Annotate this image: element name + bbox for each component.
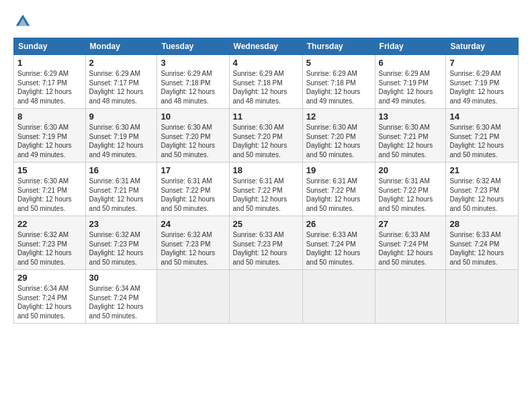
day-info: Sunrise: 6:30 AM Sunset: 7:21 PM Dayligh… [17,177,82,213]
calendar-cell: 9Sunrise: 6:30 AM Sunset: 7:19 PM Daylig… [85,109,157,163]
weekday-header-thursday: Thursday [302,38,375,55]
week-row-4: 22Sunrise: 6:32 AM Sunset: 7:23 PM Dayli… [14,216,519,270]
day-number: 27 [379,219,443,229]
day-number: 16 [89,165,154,175]
logo-icon [13,12,32,31]
calendar-cell: 20Sunrise: 6:31 AM Sunset: 7:22 PM Dayli… [375,163,446,216]
calendar-cell: 27Sunrise: 6:33 AM Sunset: 7:24 PM Dayli… [375,216,446,270]
day-number: 18 [233,165,299,175]
calendar-cell: 13Sunrise: 6:30 AM Sunset: 7:21 PM Dayli… [375,109,446,163]
day-number: 11 [233,111,299,122]
calendar-cell: 6Sunrise: 6:29 AM Sunset: 7:19 PM Daylig… [375,55,446,109]
calendar-cell: 17Sunrise: 6:31 AM Sunset: 7:22 PM Dayli… [157,163,229,216]
day-number: 12 [306,111,371,122]
day-info: Sunrise: 6:33 AM Sunset: 7:24 PM Dayligh… [379,230,443,267]
day-info: Sunrise: 6:32 AM Sunset: 7:23 PM Dayligh… [89,230,154,267]
day-info: Sunrise: 6:29 AM Sunset: 7:17 PM Dayligh… [17,69,82,105]
page: SundayMondayTuesdayWednesdayThursdayFrid… [0,0,532,411]
day-info: Sunrise: 6:30 AM Sunset: 7:19 PM Dayligh… [89,123,154,159]
day-info: Sunrise: 6:29 AM Sunset: 7:18 PM Dayligh… [233,69,299,105]
day-info: Sunrise: 6:31 AM Sunset: 7:21 PM Dayligh… [89,177,154,213]
header [13,12,519,31]
day-number: 28 [449,219,515,229]
calendar-cell: 15Sunrise: 6:30 AM Sunset: 7:21 PM Dayli… [14,163,86,216]
calendar-cell: 30Sunrise: 6:34 AM Sunset: 7:24 PM Dayli… [85,270,157,324]
day-info: Sunrise: 6:30 AM Sunset: 7:20 PM Dayligh… [306,123,371,159]
day-info: Sunrise: 6:33 AM Sunset: 7:23 PM Dayligh… [233,230,299,267]
calendar-cell: 3Sunrise: 6:29 AM Sunset: 7:18 PM Daylig… [157,55,229,109]
calendar-cell [302,270,375,324]
calendar-cell: 12Sunrise: 6:30 AM Sunset: 7:20 PM Dayli… [302,109,375,163]
calendar-cell: 18Sunrise: 6:31 AM Sunset: 7:22 PM Dayli… [229,163,302,216]
weekday-header-monday: Monday [85,38,157,55]
calendar-cell: 21Sunrise: 6:32 AM Sunset: 7:23 PM Dayli… [446,163,519,216]
day-number: 6 [379,58,443,68]
day-number: 7 [449,58,515,68]
day-number: 14 [449,111,515,122]
day-info: Sunrise: 6:32 AM Sunset: 7:23 PM Dayligh… [161,230,225,267]
calendar-cell: 24Sunrise: 6:32 AM Sunset: 7:23 PM Dayli… [157,216,229,270]
week-row-3: 15Sunrise: 6:30 AM Sunset: 7:21 PM Dayli… [14,163,519,216]
calendar-cell: 22Sunrise: 6:32 AM Sunset: 7:23 PM Dayli… [14,216,86,270]
day-number: 29 [17,273,82,283]
day-number: 13 [379,111,443,122]
day-info: Sunrise: 6:29 AM Sunset: 7:17 PM Dayligh… [89,69,154,105]
day-number: 21 [449,165,515,175]
day-info: Sunrise: 6:34 AM Sunset: 7:24 PM Dayligh… [89,284,154,320]
day-info: Sunrise: 6:29 AM Sunset: 7:19 PM Dayligh… [449,69,515,105]
day-info: Sunrise: 6:34 AM Sunset: 7:24 PM Dayligh… [17,284,82,320]
calendar-cell [157,270,229,324]
day-number: 1 [17,58,82,68]
day-number: 19 [306,165,371,175]
week-row-5: 29Sunrise: 6:34 AM Sunset: 7:24 PM Dayli… [14,270,519,324]
day-number: 2 [89,58,154,68]
day-number: 10 [161,111,225,122]
week-row-2: 8Sunrise: 6:30 AM Sunset: 7:19 PM Daylig… [14,109,519,163]
day-number: 5 [306,58,371,68]
calendar-cell: 19Sunrise: 6:31 AM Sunset: 7:22 PM Dayli… [302,163,375,216]
day-info: Sunrise: 6:31 AM Sunset: 7:22 PM Dayligh… [306,177,371,213]
day-number: 9 [89,111,154,122]
day-info: Sunrise: 6:30 AM Sunset: 7:20 PM Dayligh… [233,123,299,159]
calendar-cell: 10Sunrise: 6:30 AM Sunset: 7:20 PM Dayli… [157,109,229,163]
calendar-cell: 7Sunrise: 6:29 AM Sunset: 7:19 PM Daylig… [446,55,519,109]
day-number: 17 [161,165,225,175]
calendar-cell: 25Sunrise: 6:33 AM Sunset: 7:23 PM Dayli… [229,216,302,270]
calendar-cell: 11Sunrise: 6:30 AM Sunset: 7:20 PM Dayli… [229,109,302,163]
day-info: Sunrise: 6:31 AM Sunset: 7:22 PM Dayligh… [233,177,299,213]
calendar-cell: 28Sunrise: 6:33 AM Sunset: 7:24 PM Dayli… [446,216,519,270]
day-info: Sunrise: 6:33 AM Sunset: 7:24 PM Dayligh… [449,230,515,267]
weekday-header-sunday: Sunday [14,38,86,55]
day-info: Sunrise: 6:32 AM Sunset: 7:23 PM Dayligh… [17,230,82,267]
week-row-1: 1Sunrise: 6:29 AM Sunset: 7:17 PM Daylig… [14,55,519,109]
day-number: 24 [161,219,225,229]
day-number: 20 [379,165,443,175]
day-info: Sunrise: 6:30 AM Sunset: 7:19 PM Dayligh… [17,123,82,159]
weekday-header-tuesday: Tuesday [157,38,229,55]
calendar-table: SundayMondayTuesdayWednesdayThursdayFrid… [13,38,519,324]
calendar-cell: 23Sunrise: 6:32 AM Sunset: 7:23 PM Dayli… [85,216,157,270]
day-number: 25 [233,219,299,229]
day-info: Sunrise: 6:30 AM Sunset: 7:21 PM Dayligh… [449,123,515,159]
day-info: Sunrise: 6:29 AM Sunset: 7:18 PM Dayligh… [161,69,225,105]
calendar-cell: 2Sunrise: 6:29 AM Sunset: 7:17 PM Daylig… [85,55,157,109]
day-number: 26 [306,219,371,229]
calendar-cell: 1Sunrise: 6:29 AM Sunset: 7:17 PM Daylig… [14,55,86,109]
day-info: Sunrise: 6:29 AM Sunset: 7:18 PM Dayligh… [306,69,371,105]
day-number: 30 [89,273,154,283]
day-number: 8 [17,111,82,122]
calendar-cell [446,270,519,324]
calendar-cell: 26Sunrise: 6:33 AM Sunset: 7:24 PM Dayli… [302,216,375,270]
weekday-header-wednesday: Wednesday [229,38,302,55]
day-number: 22 [17,219,82,229]
weekday-header-row: SundayMondayTuesdayWednesdayThursdayFrid… [14,38,519,55]
weekday-header-saturday: Saturday [446,38,519,55]
day-number: 3 [161,58,225,68]
calendar-cell: 8Sunrise: 6:30 AM Sunset: 7:19 PM Daylig… [14,109,86,163]
day-info: Sunrise: 6:32 AM Sunset: 7:23 PM Dayligh… [449,177,515,213]
day-info: Sunrise: 6:29 AM Sunset: 7:19 PM Dayligh… [379,69,443,105]
day-info: Sunrise: 6:33 AM Sunset: 7:24 PM Dayligh… [306,230,371,267]
weekday-header-friday: Friday [375,38,446,55]
calendar-cell: 16Sunrise: 6:31 AM Sunset: 7:21 PM Dayli… [85,163,157,216]
day-info: Sunrise: 6:31 AM Sunset: 7:22 PM Dayligh… [161,177,225,213]
